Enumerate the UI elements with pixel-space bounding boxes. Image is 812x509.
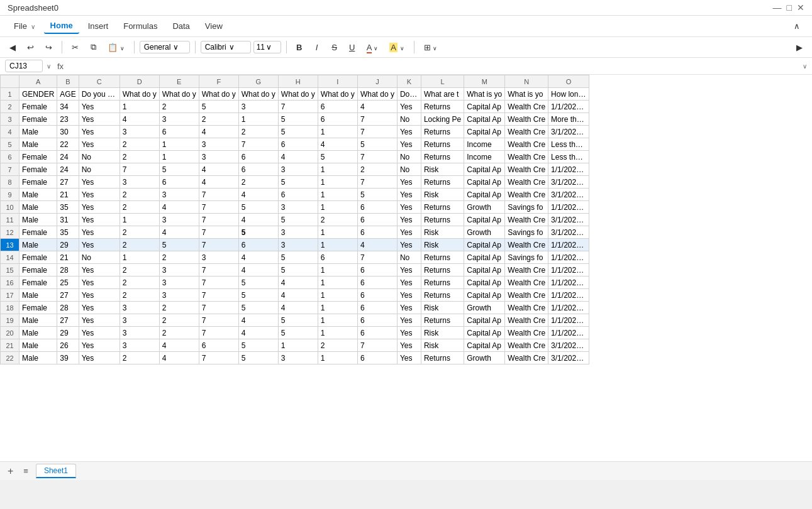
cell-11-E[interactable]: 3	[159, 214, 199, 226]
cell-11-M[interactable]: Capital Ap	[464, 214, 505, 226]
underline-btn[interactable]: U	[345, 40, 360, 55]
maximize-btn[interactable]: □	[787, 3, 792, 13]
cell-4-C[interactable]: Yes	[79, 126, 120, 138]
cell-5-E[interactable]: 1	[159, 138, 199, 151]
cell-14-N[interactable]: Savings fo	[505, 251, 548, 264]
cell-21-N[interactable]: Wealth Cre	[505, 339, 548, 352]
sheet-tab-1[interactable]: Sheet1	[36, 464, 76, 478]
cell-16-M[interactable]: Capital Ap	[464, 276, 505, 289]
cell-14-E[interactable]: 2	[159, 251, 199, 264]
cell-22-K[interactable]: Yes	[397, 352, 421, 364]
cell-18-F[interactable]: 7	[199, 302, 238, 314]
cell-20-I[interactable]: 1	[318, 327, 357, 339]
cell-5-C[interactable]: Yes	[79, 138, 120, 151]
cell-9-O[interactable]: 3/1/2022 M	[548, 189, 589, 201]
cell-18-K[interactable]: Yes	[397, 302, 421, 314]
cell-16-O[interactable]: 1/1/2022 M	[548, 276, 589, 289]
col-header-E[interactable]: E	[159, 75, 199, 88]
cell-17-E[interactable]: 3	[159, 289, 199, 302]
cell-22-B[interactable]: 39	[57, 352, 79, 364]
cell-2-A[interactable]: Female	[19, 101, 57, 113]
cell-3-D[interactable]: 4	[120, 113, 159, 126]
cell-18-I[interactable]: 1	[318, 302, 357, 314]
cell-20-A[interactable]: Male	[19, 327, 57, 339]
cell-3-E[interactable]: 3	[159, 113, 199, 126]
cell-17-B[interactable]: 27	[57, 289, 79, 302]
cell-10-I[interactable]: 1	[318, 201, 357, 214]
cell-21-F[interactable]: 6	[199, 339, 238, 352]
paste-btn[interactable]: 📋 ∨	[103, 40, 129, 55]
cell-14-I[interactable]: 6	[318, 251, 357, 264]
cell-9-E[interactable]: 3	[159, 189, 199, 201]
strikethrough-btn[interactable]: S	[327, 40, 342, 55]
cell-17-A[interactable]: Male	[19, 289, 57, 302]
cell-10-N[interactable]: Savings fo	[505, 201, 548, 214]
cell-9-J[interactable]: 5	[357, 189, 397, 201]
cell-19-B[interactable]: 27	[57, 314, 79, 327]
cell-1-N[interactable]: What is yo	[505, 88, 548, 101]
cell-2-L[interactable]: Returns	[421, 101, 464, 113]
cell-10-K[interactable]: Yes	[397, 201, 421, 214]
cell-16-N[interactable]: Wealth Cre	[505, 276, 548, 289]
cell-21-E[interactable]: 4	[159, 339, 199, 352]
cell-18-N[interactable]: Wealth Cre	[505, 302, 548, 314]
cell-17-F[interactable]: 7	[199, 289, 238, 302]
cell-1-I[interactable]: What do y	[318, 88, 357, 101]
cell-15-N[interactable]: Wealth Cre	[505, 264, 548, 276]
row-num-12[interactable]: 12	[1, 226, 19, 239]
cell-11-K[interactable]: Yes	[397, 214, 421, 226]
format-select[interactable]: General ∨	[140, 41, 190, 53]
cell-22-H[interactable]: 3	[278, 352, 318, 364]
cell-14-A[interactable]: Female	[19, 251, 57, 264]
cell-6-O[interactable]: Less than D	[548, 151, 589, 163]
row-num-19[interactable]: 19	[1, 314, 19, 327]
cell-13-D[interactable]: 2	[120, 239, 159, 251]
cell-10-L[interactable]: Returns	[421, 201, 464, 214]
cell-1-M[interactable]: What is yo	[464, 88, 505, 101]
cell-21-K[interactable]: Yes	[397, 339, 421, 352]
cell-4-J[interactable]: 7	[357, 126, 397, 138]
sheet-menu-btn[interactable]: ≡	[21, 466, 31, 476]
cell-22-I[interactable]: 1	[318, 352, 357, 364]
cell-16-C[interactable]: Yes	[79, 276, 120, 289]
cell-8-I[interactable]: 1	[318, 176, 357, 189]
cell-12-M[interactable]: Growth	[464, 226, 505, 239]
cell-8-C[interactable]: Yes	[79, 176, 120, 189]
cell-21-J[interactable]: 7	[357, 339, 397, 352]
menu-file[interactable]: File ∨	[8, 19, 42, 33]
cell-ref-dropdown-icon[interactable]: ∨	[47, 63, 51, 70]
cell-9-B[interactable]: 21	[57, 189, 79, 201]
cell-22-C[interactable]: Yes	[79, 352, 120, 364]
cell-18-H[interactable]: 4	[278, 302, 318, 314]
cell-20-E[interactable]: 2	[159, 327, 199, 339]
cell-10-A[interactable]: Male	[19, 201, 57, 214]
cell-18-O[interactable]: 1/1/2022 M	[548, 302, 589, 314]
row-num-8[interactable]: 8	[1, 176, 19, 189]
cell-9-A[interactable]: Male	[19, 189, 57, 201]
highlight-btn[interactable]: A ∨	[385, 40, 408, 55]
font-select[interactable]: Calibri ∨	[201, 41, 251, 53]
window-controls[interactable]: — □ ✕	[773, 3, 804, 13]
cell-22-G[interactable]: 5	[238, 352, 278, 364]
cell-22-M[interactable]: Growth	[464, 352, 505, 364]
col-header-F[interactable]: F	[199, 75, 238, 88]
cell-8-O[interactable]: 3/1/2022 M	[548, 176, 589, 189]
cell-6-K[interactable]: No	[397, 151, 421, 163]
cell-22-J[interactable]: 6	[357, 352, 397, 364]
cell-14-B[interactable]: 21	[57, 251, 79, 264]
cell-3-M[interactable]: Capital Ap	[464, 113, 505, 126]
row-num-10[interactable]: 10	[1, 201, 19, 214]
cell-8-L[interactable]: Returns	[421, 176, 464, 189]
menu-data[interactable]: Data	[166, 19, 196, 33]
cell-8-M[interactable]: Capital Ap	[464, 176, 505, 189]
cell-9-M[interactable]: Capital Ap	[464, 189, 505, 201]
cell-14-K[interactable]: No	[397, 251, 421, 264]
cell-9-C[interactable]: Yes	[79, 189, 120, 201]
cell-12-L[interactable]: Risk	[421, 226, 464, 239]
cell-4-A[interactable]: Male	[19, 126, 57, 138]
cell-21-A[interactable]: Male	[19, 339, 57, 352]
cell-8-H[interactable]: 5	[278, 176, 318, 189]
cell-20-G[interactable]: 4	[238, 327, 278, 339]
cell-10-D[interactable]: 2	[120, 201, 159, 214]
row-num-5[interactable]: 5	[1, 138, 19, 151]
